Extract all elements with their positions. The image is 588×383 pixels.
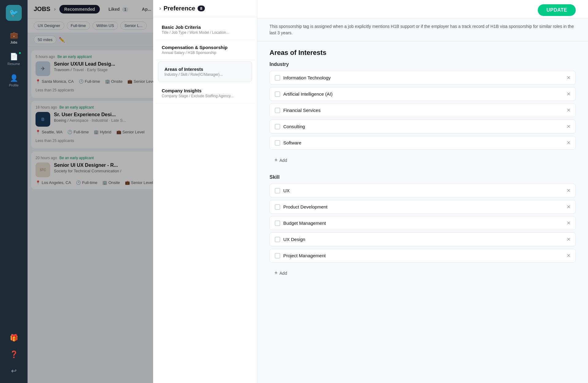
industry-add-button[interactable]: + Add: [270, 153, 576, 167]
gift-icon: 🎁: [10, 334, 18, 342]
industry-tag-ai: Artificial Intelligence (AI) ✕: [270, 87, 576, 101]
profile-icon: 👤: [10, 74, 18, 82]
filter-type[interactable]: Full-time: [67, 21, 90, 30]
company-logo-2: B: [36, 112, 50, 127]
back-icon: ↩: [11, 367, 17, 375]
industry-remove-ai[interactable]: ✕: [567, 91, 571, 97]
skill-tag-product: Product Development ✕: [270, 200, 576, 214]
sidebar-item-back[interactable]: ↩: [2, 364, 25, 378]
section-title: Areas of Interests: [257, 41, 588, 62]
skill-checkbox-pm[interactable]: [275, 253, 280, 259]
job-worktype-2: 🕐Full-time: [67, 130, 89, 134]
preference-title: Preference: [164, 5, 195, 12]
add-plus-icon: +: [274, 157, 278, 163]
tab-recommended[interactable]: Recommended: [59, 5, 100, 13]
industry-section: Industry Information Technology ✕ Artifi…: [257, 62, 588, 174]
company-logo-3: STC: [36, 163, 50, 177]
filter-location[interactable]: Within US: [92, 21, 118, 30]
main-title: JOBS: [34, 6, 50, 13]
skill-checkbox-ux-design[interactable]: [275, 237, 280, 242]
tab-liked[interactable]: Liked 1: [104, 5, 133, 13]
edit-icon[interactable]: ✏️: [59, 37, 65, 43]
skill-remove-product[interactable]: ✕: [567, 204, 571, 210]
skill-tag-ux-design: UX Design ✕: [270, 232, 576, 246]
industry-remove-it[interactable]: ✕: [567, 75, 571, 81]
sidebar: 🐦 💼 Jobs 📄 Resume 👤 Profile 🎁 ❓ ↩: [0, 0, 28, 383]
filter-title[interactable]: UX Designer: [34, 21, 64, 30]
industry-tag-software: Software ✕: [270, 136, 576, 150]
menu-item-interests[interactable]: Areas of Interests Industry / Skill / Ro…: [158, 61, 252, 82]
miles-filter[interactable]: 50 miles: [34, 36, 56, 44]
skill-remove-ux[interactable]: ✕: [567, 188, 571, 193]
filter-level[interactable]: Senior L...: [120, 21, 146, 30]
industry-tag-finance: Financial Services ✕: [270, 103, 576, 117]
skill-checkbox-ux[interactable]: [275, 188, 280, 193]
menu-item-company[interactable]: Company Insights Company Stage / Exclude…: [156, 83, 254, 103]
industry-checkbox-consulting[interactable]: [275, 124, 280, 129]
menu-item-basic[interactable]: Basic Job Criteria Title / Job Type / Wo…: [156, 20, 254, 40]
industry-tag-it: Information Technology ✕: [270, 71, 576, 85]
preference-panel: › Preference 8 Basic Job Criteria Title …: [153, 0, 257, 383]
skill-tag-pm: Project Management ✕: [270, 249, 576, 262]
app-logo[interactable]: 🐦: [6, 5, 22, 21]
sidebar-item-jobs[interactable]: 💼 Jobs: [2, 28, 25, 47]
preference-badge: 8: [198, 6, 205, 11]
skill-tag-ux: UX ✕: [270, 184, 576, 197]
skill-tag-row: UX ✕ Product Development ✕ Budget Manage…: [270, 184, 576, 280]
job-level-3: 💼Senior Level: [125, 180, 153, 185]
sidebar-item-help[interactable]: ❓: [2, 347, 25, 362]
skill-remove-pm[interactable]: ✕: [567, 253, 571, 259]
industry-title: Industry: [270, 62, 576, 67]
skill-checkbox-budget[interactable]: [275, 220, 280, 226]
job-level-1: 💼Senior Level: [127, 79, 156, 84]
job-worktype-3: 🕐Full-time: [76, 180, 97, 185]
sidebar-item-profile[interactable]: 👤 Profile: [2, 71, 25, 90]
breadcrumb-arrow: ›: [54, 6, 55, 12]
industry-checkbox-it[interactable]: [275, 75, 280, 81]
industry-tag-consulting: Consulting ✕: [270, 120, 576, 133]
industry-checkbox-ai[interactable]: [275, 91, 280, 97]
job-location-2: 📍Seattle, WA: [36, 130, 62, 134]
sponsorship-note: This sponsorship tag is assigned when a …: [257, 18, 588, 41]
job-location-3: 📍Los Angeles, CA: [36, 180, 71, 185]
overlay-header: › Preference 8: [153, 0, 257, 17]
sidebar-item-gift[interactable]: 🎁: [2, 331, 25, 345]
resume-icon: 📄: [10, 53, 18, 61]
industry-checkbox-software[interactable]: [275, 140, 280, 146]
skill-title: Skill: [270, 174, 576, 180]
skill-add-plus-icon: +: [274, 270, 278, 276]
skill-section: Skill UX ✕ Product Development ✕: [257, 174, 588, 287]
jobs-icon: 💼: [10, 31, 18, 39]
industry-checkbox-finance[interactable]: [275, 108, 280, 113]
chevron-left-icon[interactable]: ›: [159, 5, 161, 12]
help-icon: ❓: [10, 350, 18, 358]
industry-tag-row: Information Technology ✕ Artificial Inte…: [270, 71, 576, 167]
job-location-1: 📍Santa Monica, CA: [36, 79, 74, 84]
right-panel: UPDATE This sponsorship tag is assigned …: [257, 0, 588, 383]
sidebar-item-resume[interactable]: 📄 Resume: [2, 50, 25, 69]
resume-badge: [18, 52, 21, 55]
update-button[interactable]: UPDATE: [538, 4, 576, 16]
skill-add-button[interactable]: + Add: [270, 266, 576, 280]
industry-remove-finance[interactable]: ✕: [567, 107, 571, 113]
industry-remove-consulting[interactable]: ✕: [567, 124, 571, 129]
job-level-2: 💼Senior Level: [116, 130, 145, 134]
skill-remove-ux-design[interactable]: ✕: [567, 236, 571, 242]
skill-checkbox-product[interactable]: [275, 204, 280, 210]
sidebar-bottom: 🎁 ❓ ↩: [2, 331, 25, 378]
industry-remove-software[interactable]: ✕: [567, 140, 571, 146]
job-onsite-3: 🏢Onsite: [102, 180, 120, 185]
job-onsite-2: 🏢Hybrid: [94, 130, 111, 134]
menu-item-compensation[interactable]: Compensation & Sponsorship Annual Salary…: [156, 40, 254, 60]
company-logo-1: ✈: [36, 61, 50, 76]
skill-tag-budget: Budget Management ✕: [270, 216, 576, 230]
job-onsite-1: 🏢Onsite: [105, 79, 123, 84]
job-worktype-1: 🕐Full-time: [79, 79, 100, 84]
skill-remove-budget[interactable]: ✕: [567, 220, 571, 226]
